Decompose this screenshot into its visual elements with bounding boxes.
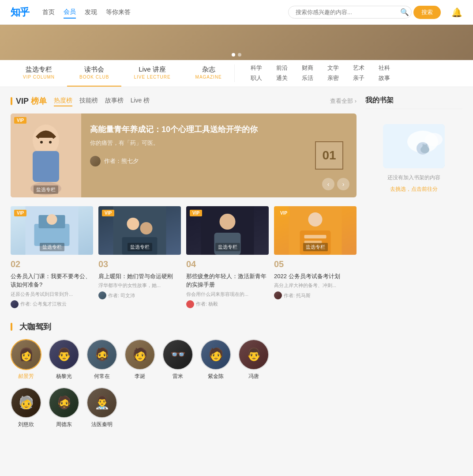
card-04-desc: 你会用什么词来形容现在的... (186, 291, 269, 298)
cards-grid: VIP 盐选专栏 02 公务员入门课：我要不要考公、该如何准备? 还原公务员考试… (11, 206, 357, 308)
tab-story[interactable]: 故事榜 (105, 96, 124, 106)
card-03-author: 作者: 司文沛 (98, 291, 181, 299)
card-04-label: 盐选专栏 (215, 243, 240, 251)
nav-discover[interactable]: 发现 (85, 7, 97, 18)
daka-avatar-4: 🧑 (124, 339, 155, 370)
notification-bell-icon[interactable]: 🔔 (451, 7, 462, 18)
search-input[interactable] (288, 6, 412, 19)
sub-nav: 盐选专栏 VIP COLUMN 读书会 BOOK CLUB Live 讲座 LI… (0, 60, 473, 87)
rank-card-02[interactable]: VIP 盐选专栏 02 公务员入门课：我要不要考公、该如何准备? 还原公务员考试… (11, 206, 93, 308)
search-button[interactable]: 搜索 (413, 6, 441, 19)
bookshelf-cta[interactable]: 去挑选，点击前往分 (390, 185, 438, 193)
daka-name-3: 何常在 (94, 373, 110, 380)
banner-dot-2[interactable] (238, 53, 241, 57)
sub-nav-magazine[interactable]: 杂志 MAGAZINE (183, 60, 234, 87)
content-left: VIP 榜单 热度榜 技能榜 故事榜 Live 榜 查看全部 › (11, 96, 357, 428)
tab-live[interactable]: Live 榜 (131, 96, 150, 106)
card-02-label: 盐选专栏 (40, 243, 64, 251)
card-03-rank: 03 (98, 259, 181, 269)
svg-point-24 (425, 133, 443, 146)
card-03-title: 肩上暖阳：她们管与命运硬刚 (98, 272, 181, 281)
featured-author-avatar (90, 156, 101, 166)
card-02-cover: VIP 盐选专栏 (11, 206, 93, 255)
daka-avatar-2: 👨 (49, 339, 79, 370)
daka-item-10[interactable]: 👨‍⚕️ 法医秦明 (86, 387, 117, 428)
tag-col-2: 前沿 通关 (269, 60, 295, 87)
nav-member[interactable]: 会员 (64, 6, 76, 19)
card-04-author-avatar (186, 300, 194, 308)
card-03-badge: VIP (102, 210, 114, 216)
view-all-button[interactable]: 查看全部 › (330, 97, 357, 105)
featured-title: 高能量青年养成记：10个心理工具送给开学的你 (90, 124, 348, 135)
daka-name-10: 法医秦明 (91, 421, 113, 428)
featured-cover: VIP 盐选专栏 (11, 113, 81, 197)
bookshelf-illustration (383, 124, 445, 168)
card-02-title: 公务员入门课：我要不要考公、该如何准备? (11, 272, 93, 289)
card-03-author-name: 作者: 司文沛 (108, 292, 135, 299)
card-02-author-avatar (11, 300, 19, 308)
daka-grid-2: 🧓 刘慈欣 🧔 周德东 👨‍⚕️ 法医秦明 (11, 387, 357, 428)
card-02-author-name: 作者: 公考鬼才江牧云 (20, 301, 67, 307)
featured-card[interactable]: VIP 盐选专栏 高能量青年养成记：10个心理工具送给开学的你 你的痛苦，有「药… (11, 113, 357, 197)
rankings-header: VIP 榜单 热度榜 技能榜 故事榜 Live 榜 查看全部 › (11, 96, 357, 106)
sub-nav-book-club[interactable]: 读书会 BOOK CLUB (67, 60, 121, 87)
content-right: 我的书架 还没有加入书架的内容 去挑选，点击前往分 (365, 96, 462, 428)
daka-item-2[interactable]: 👨 杨黎光 (49, 339, 79, 380)
featured-next-button[interactable]: › (337, 178, 349, 190)
tag-col-3: 财商 乐活 (295, 60, 320, 87)
card-05-title: 2022 公务员考试备考计划 (274, 272, 357, 281)
card-05-label: 盐选专栏 (303, 243, 328, 251)
bookshelf-empty: 还没有加入书架的内容 去挑选，点击前往分 (365, 115, 462, 202)
svg-point-12 (140, 222, 153, 234)
rank-card-03[interactable]: VIP 盐选专栏 03 肩上暖阳：她们管与命运硬刚 浮华都市中的女性故事，她..… (98, 206, 181, 308)
logo[interactable]: 知乎 (11, 6, 29, 19)
daka-avatar-7: 👨 (238, 339, 269, 370)
search-icon[interactable]: 🔍 (400, 8, 409, 16)
rank-card-05[interactable]: VIP 盐选专栏 05 2022 公务员考试备考计划 高分上岸大神的备考、冲刺.… (274, 206, 357, 308)
daka-item-7[interactable]: 👨 冯唐 (238, 339, 269, 380)
tag-col-4: 文学 亲密 (320, 60, 346, 87)
daka-item-3[interactable]: 🧔 何常在 (86, 339, 117, 380)
card-04-title: 那些疲惫的年轻人：激活新青年的实操手册 (186, 272, 269, 289)
svg-point-15 (220, 214, 236, 230)
featured-cover-badge: VIP (14, 117, 26, 124)
section-bar-icon (11, 97, 12, 105)
featured-author: 作者：熊七夕 (90, 156, 348, 166)
daka-item-5[interactable]: 👓 雷米 (162, 339, 193, 380)
daka-item-9[interactable]: 🧔 周德东 (49, 387, 79, 428)
nav-answer[interactable]: 等你来答 (106, 7, 131, 18)
daka-name-5: 雷米 (173, 373, 183, 380)
rankings-tabs: 热度榜 技能榜 故事榜 Live 榜 (54, 96, 150, 106)
daka-item-8[interactable]: 🧓 刘慈欣 (11, 387, 41, 428)
daka-item-6[interactable]: 🧑 紫金陈 (200, 339, 231, 380)
card-05-desc: 高分上岸大神的备考、冲刺... (274, 282, 357, 289)
banner-dot-1[interactable] (232, 53, 235, 57)
daka-avatar-5: 👓 (162, 339, 193, 370)
svg-point-9 (47, 214, 57, 225)
daka-section: 大咖驾到 👩 郝景芳 👨 杨黎光 🧔 (11, 321, 357, 428)
card-05-author-avatar (274, 291, 282, 299)
daka-item-4[interactable]: 🧑 李诞 (124, 339, 155, 380)
card-02-badge: VIP (14, 210, 26, 216)
card-03-author-avatar (98, 291, 106, 299)
daka-item-1[interactable]: 👩 郝景芳 (11, 339, 41, 380)
card-03-cover: VIP 盐选专栏 (98, 206, 181, 255)
daka-grid: 👩 郝景芳 👨 杨黎光 🧔 何常在 (11, 339, 357, 380)
rank-card-04[interactable]: VIP 盐选专栏 04 那些疲惫的年轻人：激活新青年的实操手册 你会用什么词来形… (186, 206, 269, 308)
tab-skill[interactable]: 技能榜 (79, 96, 98, 106)
daka-section-bar (11, 323, 12, 331)
featured-prev-button[interactable]: ‹ (322, 178, 334, 190)
daka-name-4: 李诞 (135, 373, 145, 380)
daka-name-9: 周德东 (56, 421, 72, 428)
tag-col-1: 科学 职人 (244, 60, 269, 87)
svg-point-5 (49, 141, 52, 144)
tab-hot[interactable]: 热度榜 (54, 96, 72, 106)
card-02-desc: 还原公务员考试到日常到升... (11, 291, 93, 298)
sub-nav-live[interactable]: Live 讲座 LIVE LECTURE (121, 60, 183, 87)
tag-col-6: 社科 故事 (372, 60, 397, 87)
sub-nav-inner: 盐选专栏 VIP COLUMN 读书会 BOOK CLUB Live 讲座 LI… (11, 60, 462, 87)
nav-home[interactable]: 首页 (42, 7, 55, 18)
card-05-rank: 05 (274, 259, 357, 269)
sub-nav-vip-column[interactable]: 盐选专栏 VIP COLUMN (11, 60, 67, 87)
svg-rect-20 (304, 235, 327, 238)
